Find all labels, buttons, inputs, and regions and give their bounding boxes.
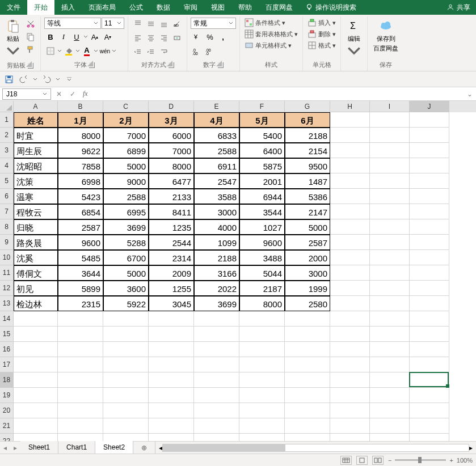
cell[interactable] [370, 327, 410, 342]
cell[interactable]: 6854 [58, 204, 103, 219]
cell[interactable]: 3166 [194, 265, 239, 281]
cell[interactable] [330, 296, 370, 311]
cell[interactable]: 2001 [239, 173, 285, 189]
chevron-down-icon[interactable] [75, 49, 80, 53]
row-header[interactable]: 9 [0, 235, 14, 250]
cell[interactable] [370, 158, 410, 173]
cell[interactable] [58, 342, 103, 357]
insert-cells-button[interactable]: 插入▾ [306, 18, 337, 28]
page-layout-view-button[interactable] [356, 456, 368, 465]
align-bottom-button[interactable] [158, 18, 170, 30]
cell[interactable]: 2588 [194, 143, 239, 158]
cell[interactable]: 2009 [149, 265, 194, 281]
cell[interactable] [285, 418, 330, 434]
number-format-select[interactable]: 常规 [191, 18, 236, 29]
cell[interactable]: 6944 [239, 189, 285, 204]
cell[interactable]: 5000 [103, 158, 149, 173]
horizontal-scrollbar[interactable]: ◂▸ [159, 444, 473, 452]
cell[interactable] [330, 418, 370, 434]
cell[interactable] [410, 296, 449, 311]
cell[interactable]: 周生辰 [14, 143, 58, 158]
cell[interactable] [410, 342, 449, 357]
cell[interactable]: 7858 [58, 158, 103, 173]
cell[interactable] [330, 250, 370, 265]
cell[interactable]: 3000 [285, 265, 330, 281]
cell[interactable] [149, 372, 194, 388]
cell[interactable] [239, 388, 285, 403]
cell[interactable]: 2314 [149, 250, 194, 265]
cell[interactable]: 5044 [239, 265, 285, 281]
cell[interactable] [103, 327, 149, 342]
add-sheet-button[interactable]: ⊕ [133, 442, 155, 454]
share-button[interactable]: 共享 [441, 0, 476, 15]
cell[interactable] [194, 357, 239, 372]
cell[interactable] [285, 372, 330, 388]
cell[interactable]: 2133 [149, 189, 194, 204]
cell[interactable] [330, 112, 370, 128]
align-middle-button[interactable] [145, 18, 157, 30]
cell[interactable] [103, 434, 149, 441]
cell[interactable] [330, 158, 370, 173]
cell[interactable]: 5386 [285, 189, 330, 204]
cell[interactable]: 3644 [58, 265, 103, 281]
cell[interactable] [370, 418, 410, 434]
cell[interactable]: 6899 [103, 143, 149, 158]
expand-formula-bar-button[interactable]: ⌄ [464, 90, 476, 98]
sheet-tab[interactable]: Sheet2 [95, 441, 133, 455]
cell[interactable]: 5899 [58, 281, 103, 296]
tell-me[interactable]: 操作说明搜索 [300, 0, 362, 15]
cell[interactable] [410, 434, 449, 441]
cell[interactable] [149, 357, 194, 372]
cell[interactable] [410, 219, 449, 235]
cell[interactable] [330, 143, 370, 158]
cell[interactable]: 6911 [194, 158, 239, 173]
increase-decimal-button[interactable]: .0.00 [191, 45, 203, 57]
cell[interactable] [14, 434, 58, 441]
cell[interactable] [370, 143, 410, 158]
percent-button[interactable]: % [204, 31, 216, 43]
cell[interactable] [370, 403, 410, 418]
align-right-button[interactable] [158, 32, 170, 44]
column-header[interactable]: G [285, 101, 330, 112]
cell[interactable] [58, 418, 103, 434]
cell[interactable]: 傅侗文 [14, 265, 58, 281]
cell[interactable]: 8000 [149, 158, 194, 173]
cell[interactable]: 3045 [149, 296, 194, 311]
cell[interactable] [410, 311, 449, 327]
cell[interactable] [194, 327, 239, 342]
cell[interactable] [285, 357, 330, 372]
cell[interactable] [194, 311, 239, 327]
phonetic-button[interactable]: wén [99, 45, 111, 57]
cell[interactable] [14, 342, 58, 357]
increase-indent-button[interactable] [145, 46, 157, 58]
cell[interactable] [58, 403, 103, 418]
cell[interactable]: 沈策 [14, 173, 58, 189]
cell[interactable] [58, 372, 103, 388]
orientation-button[interactable]: ab [171, 18, 183, 30]
cell[interactable] [410, 403, 449, 418]
cell[interactable] [103, 388, 149, 403]
cell[interactable]: 3588 [194, 189, 239, 204]
row-header[interactable]: 16 [0, 342, 14, 357]
format-cells-button[interactable]: 格式▾ [306, 40, 337, 50]
cell[interactable] [370, 296, 410, 311]
tab-insert[interactable]: 插入 [54, 0, 82, 15]
row-header[interactable]: 5 [0, 173, 14, 189]
cell[interactable] [330, 265, 370, 281]
bold-button[interactable]: B [44, 31, 57, 43]
cell[interactable] [14, 372, 58, 388]
cell[interactable] [149, 418, 194, 434]
cell[interactable] [149, 342, 194, 357]
dialog-launcher-icon[interactable] [89, 62, 95, 68]
row-header[interactable]: 10 [0, 250, 14, 265]
cell[interactable]: 9600 [239, 235, 285, 250]
cell[interactable]: 2547 [194, 173, 239, 189]
cell[interactable] [285, 434, 330, 441]
cell[interactable]: 3544 [239, 204, 285, 219]
dialog-launcher-icon[interactable] [218, 62, 224, 68]
cell[interactable] [285, 311, 330, 327]
cell[interactable] [103, 311, 149, 327]
cell[interactable] [410, 143, 449, 158]
cell[interactable] [410, 388, 449, 403]
cell[interactable]: 检边林 [14, 296, 58, 311]
